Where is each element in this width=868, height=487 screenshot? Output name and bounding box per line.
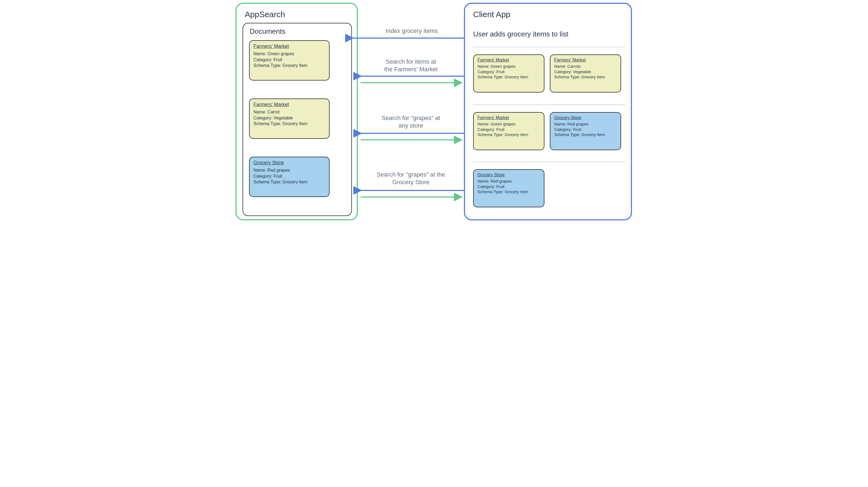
client-card-store: Grocery Store xyxy=(477,173,540,177)
client-card: Grocery Store Name: Red grapes Category:… xyxy=(473,169,545,207)
documents-box: Documents Farmers' Market Name: Green gr… xyxy=(243,23,352,216)
client-card-category: Category: Fruit xyxy=(477,127,540,132)
diagram-canvas: AppSearch Documents Farmers' Market Name… xyxy=(233,0,635,226)
client-card: Farmers' Market Name: Carrots Category: … xyxy=(550,54,621,92)
arrow-label-farmers: Search for items at the Farmers' Market xyxy=(369,58,453,73)
doc-schema: Schema Type: Grocery Item xyxy=(253,179,325,185)
client-subtitle: User adds grocery items to list xyxy=(473,30,568,38)
client-card-name: Name: Green grapes xyxy=(477,121,540,127)
doc-name: Name: Red grapes xyxy=(253,167,325,173)
doc-card: Farmers' Market Name: Carrot Category: V… xyxy=(249,98,330,139)
client-card-schema: Schema Type: Grocery Item xyxy=(554,132,617,138)
doc-card: Farmers' Market Name: Green grapes Categ… xyxy=(249,40,330,81)
client-card-store: Farmers' Market xyxy=(554,58,617,63)
client-card: Farmers' Market Name: Green grapes Categ… xyxy=(473,112,545,150)
doc-store: Grocery Store xyxy=(253,160,325,166)
arrow-label-grocery: Search for "grapes" at the Grocery Store xyxy=(366,171,456,186)
doc-card: Grocery Store Name: Red grapes Category:… xyxy=(249,157,330,197)
doc-schema: Schema Type: Grocery Item xyxy=(253,121,325,127)
doc-name: Name: Green grapes xyxy=(253,51,325,57)
client-card-category: Category: Fruit xyxy=(554,127,617,132)
client-card-schema: Schema Type: Grocery Item xyxy=(477,132,540,138)
doc-store: Farmers' Market xyxy=(253,43,325,49)
client-card-schema: Schema Type: Grocery Item xyxy=(477,74,540,80)
client-card: Farmers' Market Name: Green grapes Categ… xyxy=(473,54,545,92)
dotted-divider xyxy=(473,47,625,47)
client-title: Client App xyxy=(473,10,510,19)
client-card-name: Name: Red grapes xyxy=(554,121,617,127)
client-card: Grocery Store Name: Red grapes Category:… xyxy=(550,112,621,150)
client-card-schema: Schema Type: Grocery Item xyxy=(554,74,617,80)
doc-name: Name: Carrot xyxy=(253,109,325,115)
client-card-store: Farmers' Market xyxy=(477,58,540,63)
appsearch-title: AppSearch xyxy=(245,10,285,19)
doc-schema: Schema Type: Grocery Item xyxy=(253,63,325,68)
client-panel: Client App User adds grocery items to li… xyxy=(464,3,632,220)
arrow-label-index: Index grocery items xyxy=(374,27,450,35)
client-card-name: Name: Red grapes xyxy=(477,179,540,184)
client-card-name: Name: Green grapes xyxy=(477,64,540,69)
appsearch-panel: AppSearch Documents Farmers' Market Name… xyxy=(236,3,358,220)
arrow-label-any: Search for "grapes" at any store xyxy=(369,114,453,129)
doc-store: Farmers' Market xyxy=(253,102,325,108)
client-card-category: Category: Fruit xyxy=(477,184,540,189)
dotted-divider xyxy=(473,104,625,105)
documents-title: Documents xyxy=(250,27,285,36)
doc-category: Category: Fruit xyxy=(253,173,325,179)
client-card-category: Category: Vegetable xyxy=(554,69,617,74)
dotted-divider xyxy=(473,162,625,162)
client-card-category: Category: Fruit xyxy=(477,69,540,74)
client-card-schema: Schema Type: Grocery Item xyxy=(477,189,540,194)
client-card-name: Name: Carrots xyxy=(554,64,617,69)
client-card-store: Grocery Store xyxy=(554,115,617,120)
client-card-store: Farmers' Market xyxy=(477,115,540,120)
doc-category: Category: Vegetable xyxy=(253,115,325,121)
doc-category: Category: Fruit xyxy=(253,57,325,63)
